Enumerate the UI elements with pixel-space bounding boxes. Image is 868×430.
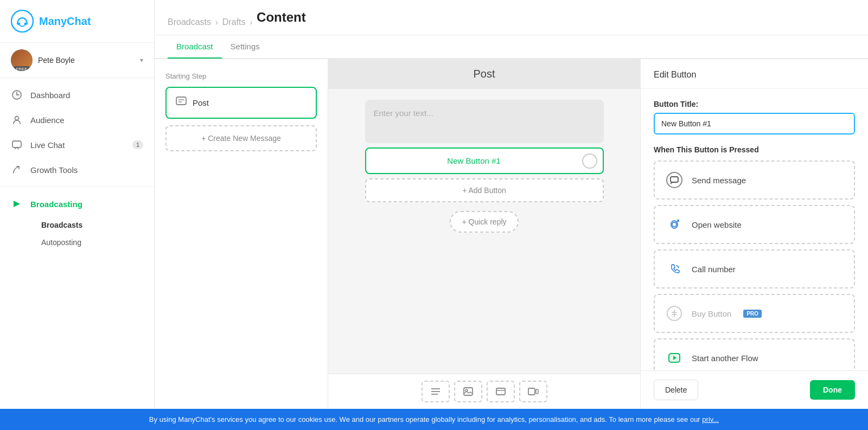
svg-rect-20 bbox=[671, 177, 678, 182]
toolbar-text-icon[interactable] bbox=[422, 381, 450, 402]
chevron-down-icon: ▾ bbox=[140, 56, 143, 64]
logo-text: ManyChat bbox=[39, 15, 91, 28]
breadcrumb-sep-1: › bbox=[215, 18, 218, 27]
quick-reply-button[interactable]: + Quick reply bbox=[450, 211, 518, 233]
svg-rect-5 bbox=[12, 141, 21, 147]
svg-point-0 bbox=[11, 10, 33, 32]
option-call-number[interactable]: Call number bbox=[654, 249, 855, 288]
sub-nav: Broadcasts Autoposting bbox=[0, 216, 154, 251]
text-input-area[interactable]: Enter your text... bbox=[365, 100, 604, 143]
option-start-flow[interactable]: Start another Flow bbox=[654, 338, 855, 370]
sidebar-item-label-audience: Audience bbox=[30, 115, 65, 125]
breadcrumb-current: Content bbox=[257, 10, 306, 35]
option-open-website[interactable]: Open website bbox=[654, 205, 855, 244]
starting-step-label: Starting Step bbox=[165, 72, 317, 80]
main-content: Broadcasts › Drafts › Content Broadcast … bbox=[155, 0, 868, 409]
right-panel: Edit Button Button Title: When This Butt… bbox=[640, 59, 868, 409]
cookie-link[interactable]: priv... bbox=[702, 415, 719, 423]
button-row: New Button #1 bbox=[365, 147, 604, 174]
breadcrumb-broadcasts[interactable]: Broadcasts bbox=[168, 17, 211, 27]
option-label-send-message: Send message bbox=[692, 176, 746, 185]
sidebar-item-audience[interactable]: Audience bbox=[0, 107, 154, 132]
cookie-text: By using ManyChat's services you agree t… bbox=[149, 415, 700, 423]
free-badge: FREE bbox=[14, 66, 29, 71]
svg-rect-13 bbox=[464, 388, 473, 395]
livechat-badge: 1 bbox=[132, 140, 143, 149]
user-menu[interactable]: FREE Pete Boyle ▾ bbox=[0, 43, 154, 78]
send-message-icon bbox=[665, 170, 684, 190]
toolbar-gallery-icon[interactable] bbox=[519, 381, 547, 402]
toolbar-card-icon[interactable] bbox=[487, 381, 515, 402]
sidebar-item-livechat[interactable]: Live Chat 1 bbox=[0, 132, 154, 157]
svg-rect-15 bbox=[496, 388, 505, 395]
option-label-open-website: Open website bbox=[692, 220, 742, 229]
button-title-label: Button Title: bbox=[654, 100, 855, 108]
button-title-input[interactable] bbox=[654, 113, 855, 134]
left-panel: Starting Step Post + Create New Message bbox=[155, 59, 328, 409]
option-label-buy-button: Buy Button bbox=[692, 309, 731, 318]
toolbar-image-icon[interactable] bbox=[454, 381, 482, 402]
svg-point-1 bbox=[18, 23, 21, 25]
svg-rect-7 bbox=[176, 97, 186, 105]
create-message-button[interactable]: + Create New Message bbox=[165, 125, 317, 151]
svg-marker-6 bbox=[14, 201, 20, 207]
breadcrumb-sep-2: › bbox=[250, 18, 252, 27]
when-pressed-label: When This Button is Pressed bbox=[654, 145, 855, 154]
option-send-message[interactable]: Send message bbox=[654, 161, 855, 200]
tab-settings[interactable]: Settings bbox=[222, 35, 269, 59]
open-website-icon bbox=[665, 215, 684, 234]
center-panel: Post Enter your text... New Button #1 + … bbox=[328, 59, 640, 409]
option-label-call-number: Call number bbox=[692, 265, 736, 274]
growthtools-icon bbox=[11, 164, 23, 176]
post-preview-body: Enter your text... New Button #1 + Add B… bbox=[328, 89, 640, 374]
post-preview-header: Post bbox=[328, 59, 640, 89]
post-step-icon bbox=[175, 95, 187, 110]
option-buy-button[interactable]: Buy Button PRO bbox=[654, 294, 855, 333]
button-radio[interactable] bbox=[582, 153, 597, 169]
svg-point-19 bbox=[667, 172, 682, 188]
start-flow-icon bbox=[665, 348, 684, 368]
post-step-button[interactable]: Post bbox=[165, 87, 317, 119]
user-name: Pete Boyle bbox=[38, 56, 135, 65]
svg-point-21 bbox=[672, 222, 676, 227]
add-button[interactable]: + Add Button bbox=[365, 178, 604, 202]
buy-button-icon bbox=[665, 304, 684, 323]
pro-badge: PRO bbox=[743, 310, 762, 318]
nav-menu: Dashboard Audience Live Chat 1 Growth T bbox=[0, 78, 154, 255]
sidebar-sub-autoposting[interactable]: Autoposting bbox=[30, 234, 154, 251]
audience-icon bbox=[11, 114, 23, 126]
option-label-start-flow: Start another Flow bbox=[692, 354, 758, 363]
svg-point-2 bbox=[24, 23, 27, 25]
sidebar-sub-broadcasts[interactable]: Broadcasts bbox=[30, 216, 154, 234]
tab-bar: Broadcast Settings bbox=[155, 35, 868, 59]
post-step-label: Post bbox=[193, 98, 209, 107]
sidebar-item-dashboard[interactable]: Dashboard bbox=[0, 82, 154, 107]
tab-broadcast[interactable]: Broadcast bbox=[168, 35, 222, 59]
call-number-icon bbox=[665, 259, 684, 279]
header-area: Broadcasts › Drafts › Content Broadcast … bbox=[155, 0, 868, 59]
right-panel-footer: Delete Done bbox=[641, 370, 868, 409]
svg-rect-17 bbox=[528, 388, 535, 395]
sidebar-item-growthtools[interactable]: Growth Tools bbox=[0, 157, 154, 182]
done-button[interactable]: Done bbox=[810, 380, 855, 400]
livechat-icon bbox=[11, 139, 23, 151]
cookie-bar: By using ManyChat's services you agree t… bbox=[0, 409, 868, 430]
broadcasting-icon bbox=[11, 198, 23, 210]
dashboard-icon bbox=[11, 89, 23, 101]
delete-button[interactable]: Delete bbox=[654, 380, 698, 400]
sidebar-item-broadcasting[interactable]: Broadcasting bbox=[0, 191, 154, 216]
sidebar-item-label-growthtools: Growth Tools bbox=[30, 165, 78, 175]
toolbar-row bbox=[328, 374, 640, 409]
right-panel-body: Button Title: When This Button is Presse… bbox=[641, 89, 868, 370]
content-area: Starting Step Post + Create New Message … bbox=[155, 59, 868, 409]
svg-rect-18 bbox=[536, 389, 538, 394]
button-label: New Button #1 bbox=[366, 149, 582, 173]
sidebar: ManyChat FREE Pete Boyle ▾ Dashboard Aud… bbox=[0, 0, 155, 409]
breadcrumb: Broadcasts › Drafts › Content bbox=[155, 0, 868, 35]
sidebar-item-label-dashboard: Dashboard bbox=[30, 91, 70, 100]
avatar: FREE bbox=[11, 49, 33, 71]
manychat-logo-icon bbox=[11, 10, 34, 33]
breadcrumb-drafts[interactable]: Drafts bbox=[222, 17, 246, 27]
sidebar-item-label-broadcasting: Broadcasting bbox=[30, 200, 82, 209]
logo-area: ManyChat bbox=[0, 0, 154, 43]
